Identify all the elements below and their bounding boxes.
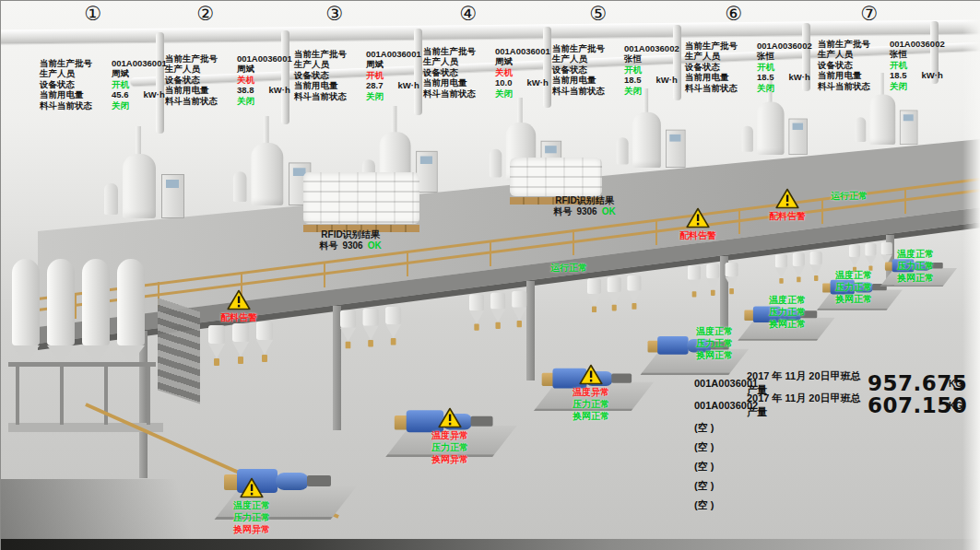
hopper-status-row-value: 关闭 bbox=[495, 88, 513, 99]
power-row-label: 当前用电量 bbox=[423, 77, 495, 88]
batch-row-value: 001A0036002 bbox=[624, 43, 679, 53]
batch-row: 当前生产批号001A0036002 bbox=[818, 39, 952, 49]
operator-row-value: 周斌 bbox=[237, 64, 254, 74]
hmi-overlay-layer: ①②③④⑤⑥⑦当前生产批号001A0036001生产人员周斌设备状态开机当前用电… bbox=[1, 1, 980, 550]
device-status-row-value: 开机 bbox=[757, 62, 774, 72]
station-panel-6[interactable]: 当前生产批号001A0036002生产人员张恒设备状态开机当前用电量18.5kW… bbox=[685, 41, 820, 93]
power-row: 当前用电量18.5kW·h bbox=[685, 72, 820, 82]
hopper-status-row-value: 关闭 bbox=[112, 100, 129, 111]
batch-row-label: 当前生产批号 bbox=[294, 49, 366, 59]
extruder-status-6-line-2: 压力正常 bbox=[835, 281, 872, 293]
batch-row-value: 001A0036001 bbox=[495, 46, 550, 56]
rfid-title: RFID识别结果 bbox=[553, 195, 615, 206]
extruder-status-7-line-2: 压力正常 bbox=[897, 260, 934, 272]
warning-icon[interactable] bbox=[240, 477, 264, 498]
batch-row: 当前生产批号001A0036001 bbox=[40, 58, 174, 68]
warning-icon[interactable] bbox=[686, 207, 710, 228]
summary-empty-row-2: (空 ) bbox=[694, 439, 962, 455]
power-unit: kW·h bbox=[269, 85, 290, 95]
power-row: 当前用电量10.0kW·h bbox=[423, 77, 558, 88]
operator-row: 生产人员张恒 bbox=[685, 51, 820, 61]
power-row-value: 38.8 bbox=[237, 85, 254, 95]
extruder-status-3-line-2: 压力正常 bbox=[573, 398, 609, 410]
power-row-value: 18.5 bbox=[757, 72, 774, 82]
device-status-row-label: 设备状态 bbox=[165, 75, 237, 85]
device-status-row: 设备状态关机 bbox=[165, 75, 300, 85]
running-status-1: 运行正常 bbox=[550, 262, 587, 274]
rfid-status: OK bbox=[368, 240, 382, 251]
device-status-row-label: 设备状态 bbox=[294, 70, 366, 80]
batch-row-value: 001A0036001 bbox=[366, 49, 421, 59]
extruder-status-4: 温度正常压力正常换网正常 bbox=[696, 325, 733, 361]
hopper-status-row-value: 关闭 bbox=[237, 96, 254, 106]
operator-row: 生产人员张恒 bbox=[818, 49, 952, 59]
power-row-label: 当前用电量 bbox=[552, 75, 624, 85]
hopper-status-row: 料斗当前状态关闭 bbox=[685, 83, 820, 93]
dosing-alarm-3-line-1: 配料告警 bbox=[769, 210, 806, 222]
power-unit: kW·h bbox=[398, 80, 419, 90]
batch-row: 当前生产批号001A0036002 bbox=[552, 43, 687, 53]
power-unit: kW·h bbox=[527, 77, 549, 88]
extruder-status-7-line-1: 温度正常 bbox=[897, 248, 934, 260]
rfid-field: 料号 bbox=[553, 206, 572, 216]
operator-row-label: 生产人员 bbox=[685, 51, 757, 61]
device-status-row-label: 设备状态 bbox=[552, 64, 624, 75]
operator-row: 生产人员周斌 bbox=[294, 59, 429, 69]
station-panel-5[interactable]: 当前生产批号001A0036002生产人员张恒设备状态开机当前用电量18.5kW… bbox=[552, 43, 687, 96]
operator-row-value: 周斌 bbox=[112, 68, 129, 78]
batch-row-label: 当前生产批号 bbox=[40, 58, 112, 68]
power-row-label: 当前用电量 bbox=[40, 89, 112, 99]
station-panel-7[interactable]: 当前生产批号001A0036002生产人员张恒设备状态开机当前用电量18.5kW… bbox=[818, 39, 952, 91]
batch-row-label: 当前生产批号 bbox=[165, 53, 237, 64]
warning-icon[interactable] bbox=[227, 289, 251, 310]
production-summary: 001A00360012017 年 11月 20日甲班总产量957.675KG0… bbox=[694, 372, 962, 513]
hopper-status-row-label: 料斗当前状态 bbox=[685, 83, 757, 93]
dosing-alarm-1: 配料告警 bbox=[220, 289, 257, 323]
extruder-status-1-line-1: 温度正常 bbox=[233, 499, 270, 511]
power-row: 当前用电量18.5kW·h bbox=[552, 75, 687, 85]
operator-row-label: 生产人员 bbox=[552, 53, 624, 64]
summary-value: 607.150 bbox=[868, 393, 949, 417]
batch-row: 当前生产批号001A0036001 bbox=[294, 49, 429, 59]
dosing-alarm-3: 配料告警 bbox=[769, 188, 806, 222]
summary-unit: KG bbox=[949, 401, 962, 411]
rfid-result-label-1: RFID识别结果料号9306OK bbox=[319, 229, 381, 252]
extruder-status-7-line-3: 换网正常 bbox=[897, 272, 934, 284]
extruder-status-5-line-2: 压力正常 bbox=[769, 306, 806, 318]
extruder-status-2-line-2: 压力正常 bbox=[431, 441, 468, 453]
warning-icon[interactable] bbox=[579, 364, 603, 385]
dosing-alarm-2-line-1: 配料告警 bbox=[679, 229, 716, 241]
warning-icon[interactable] bbox=[775, 188, 799, 209]
station-panel-1[interactable]: 当前生产批号001A0036001生产人员周斌设备状态开机当前用电量45.6kW… bbox=[40, 58, 174, 111]
device-status-row-value: 开机 bbox=[112, 79, 129, 89]
warning-icon[interactable] bbox=[438, 407, 462, 428]
station-panel-3[interactable]: 当前生产批号001A0036001生产人员周斌设备状态开机当前用电量28.7kW… bbox=[294, 49, 429, 101]
batch-row: 当前生产批号001A0036002 bbox=[685, 41, 820, 51]
rfid-title: RFID识别结果 bbox=[319, 229, 381, 240]
extruder-status-6-line-1: 温度正常 bbox=[835, 269, 872, 281]
power-unit: kW·h bbox=[789, 72, 810, 82]
operator-row: 生产人员周斌 bbox=[423, 56, 558, 66]
line-number-2: ② bbox=[197, 3, 215, 25]
hopper-status-row: 料斗当前状态关闭 bbox=[40, 100, 174, 111]
station-panel-4[interactable]: 当前生产批号001A0036001生产人员周斌设备状态关机当前用电量10.0kW… bbox=[423, 46, 558, 99]
power-row: 当前用电量38.8kW·h bbox=[165, 85, 300, 95]
summary-empty-row-3: (空 ) bbox=[694, 459, 962, 474]
extruder-status-5-line-3: 换网正常 bbox=[769, 318, 806, 330]
station-panel-2[interactable]: 当前生产批号001A0036001生产人员周斌设备状态关机当前用电量38.8kW… bbox=[165, 53, 300, 106]
summary-empty-row-1: (空 ) bbox=[694, 420, 962, 436]
extruder-status-2-line-3: 换网异常 bbox=[431, 453, 468, 465]
production-summary-row-2: 001A00360022017 年 11月 20日甲班总产量607.150KG bbox=[694, 394, 962, 416]
operator-row-value: 周斌 bbox=[366, 59, 384, 69]
device-status-row: 设备状态开机 bbox=[40, 79, 174, 89]
rfid-value: 9306 bbox=[342, 240, 362, 251]
device-status-row: 设备状态开机 bbox=[294, 70, 429, 80]
summary-empty-row-5: (空 ) bbox=[694, 497, 962, 513]
hopper-status-row-value: 关闭 bbox=[366, 91, 384, 101]
extruder-status-6-line-3: 换网正常 bbox=[835, 293, 872, 305]
hopper-status-row: 料斗当前状态关闭 bbox=[294, 91, 429, 101]
power-row-value: 10.0 bbox=[495, 77, 513, 88]
power-row-label: 当前用电量 bbox=[818, 70, 890, 80]
device-status-row: 设备状态开机 bbox=[818, 60, 952, 70]
dosing-alarm-1-line-1: 配料告警 bbox=[220, 311, 257, 323]
